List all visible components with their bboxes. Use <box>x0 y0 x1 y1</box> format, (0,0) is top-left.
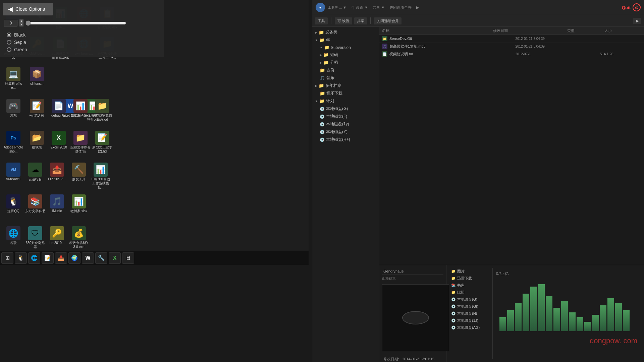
taskbar-notepad[interactable]: 📝 <box>42 252 54 264</box>
ptree-bizhao-label: 比照 <box>457 290 465 295</box>
taskbar-start[interactable]: ⊞ <box>1 252 13 264</box>
ptree-drive-h2-label: 本地磁盘(H) <box>457 311 477 316</box>
toolbar-more[interactable]: ▶ <box>633 18 641 24</box>
taskbar-internet[interactable]: 🌍 <box>68 252 80 264</box>
desktop-icon-newpen[interactable]: 📁 新笔之家政府数总.od <box>92 99 112 122</box>
tree-label-drive-1y: 本地磁盘(1y) <box>326 121 349 127</box>
ptree-shuku-label: 书库 <box>457 283 465 288</box>
file-row-mp3[interactable]: 🎵 超高级软件1复制.mp3 2012-01-21 3:04:39 <box>379 43 644 50</box>
tree-item-duanma[interactable]: ▶ 📁 短码 <box>317 51 379 59</box>
tree-item-bibei[interactable]: ▶ 📁 必备类 <box>312 28 379 36</box>
desktop-icon-weibo[interactable]: 📊 微博家.xlsx <box>69 194 89 213</box>
tree-item-fendang[interactable]: ▶ 📁 分档 <box>317 59 379 66</box>
desktop-icon-hm[interactable]: 🔑 hm2010... <box>47 226 67 245</box>
desktop-icon-restore[interactable]: 📂 很我恢 <box>27 131 47 149</box>
preview-right-inner: 📁 图片 📁 迅雷下载 📚 书库 <box>449 268 641 359</box>
file-row-bd[interactable]: 📄 视频短说明.bd 2012-07-1 51A 1.26 <box>379 50 644 58</box>
taskbar-filezilla[interactable]: 📤 <box>55 252 67 264</box>
desktop-icon-work[interactable]: 📊 10月99+月份工作业绩模板... <box>91 163 111 189</box>
desktop-icon-r3b[interactable]: 📦 cliftons... <box>27 67 47 86</box>
ptree-drive-h2[interactable]: 💿 本地磁盘(H) <box>449 310 492 317</box>
ptree-drive-gi[interactable]: 💿 本地磁盘(GI) <box>449 303 492 310</box>
taskbar-qq[interactable]: 🐧 <box>15 252 27 264</box>
desktop-icon-360[interactable]: 🛡 360安全浏览器 <box>25 226 45 249</box>
taskbar-excel[interactable]: X <box>109 252 121 264</box>
slider-value-input[interactable]: 0 <box>4 20 17 26</box>
color-option-sepia[interactable]: Sepia <box>7 39 158 46</box>
ptree-thunder[interactable]: 📁 迅雷下载 <box>449 275 492 282</box>
tree-item-drive-f[interactable]: 💿 本地磁盘(F) <box>317 113 379 120</box>
ptree-pic-icon: 📁 <box>451 269 456 274</box>
bd-date: 2012-07-1 <box>516 52 598 56</box>
org-label: 组织文件综合群体rjw <box>70 145 91 154</box>
tree-item-yinyue[interactable]: 🎵 音乐 <box>317 74 379 82</box>
desktop-icon-acct[interactable]: 📊 数控账会.exe <box>70 99 91 118</box>
desktop-icon-win-note[interactable]: 📝 win笔之家 <box>27 99 47 118</box>
ptree-drive-ag[interactable]: 💿 本地磁盘(AG) <box>449 324 492 331</box>
color-option-green[interactable]: Green <box>7 46 158 53</box>
desktop-icon-eastbook[interactable]: 📚 东方文字科书 <box>25 194 45 213</box>
file-detail-created: 修改日期: 2014-01-21 3:01:15 <box>382 355 443 362</box>
color-option-black[interactable]: Black <box>7 31 158 39</box>
desktop-icon-r3a[interactable]: 💻 计算机 office... <box>3 67 23 90</box>
desktop-icon-org[interactable]: 📁 组织文件综合群体rjw <box>70 131 91 154</box>
desktop-icon-cloud[interactable]: ☁ 云运行台 <box>25 163 45 181</box>
chart-bar <box>553 308 560 331</box>
acct-label: 数控账会.exe <box>71 114 91 118</box>
work-icon: 📊 <box>94 163 108 177</box>
tree-label-subversion: Subversion <box>331 45 351 50</box>
ptree-drive-1j-icon: 💿 <box>451 318 456 323</box>
ptree-drive-g2[interactable]: 💿 本地磁盘(G) <box>449 296 492 303</box>
desktop-icon-tools[interactable]: 🔨 朋友工具 <box>69 163 89 181</box>
tree-item-music-dl[interactable]: 📁 音乐下载 <box>317 89 379 97</box>
tree-item-drive-y[interactable]: 💿 本地磁盘(Y) <box>317 128 379 136</box>
ptree-pic[interactable]: 📁 图片 <box>449 268 492 275</box>
desktop-icon-qq[interactable]: 🐧 逆班QQ <box>3 194 23 213</box>
desktop-icon-newtxt[interactable]: 📝 新型文天宝学(2).hd <box>92 131 112 154</box>
desktop-icon-google[interactable]: 🌐 谷歌 <box>3 226 23 245</box>
desktop-icon-excel[interactable]: X Excel 2010 <box>49 131 69 149</box>
slider-up-button[interactable]: ▲ <box>19 19 23 23</box>
tree-item-gufen[interactable]: 📁 古份 <box>317 66 379 74</box>
desktop-icon-game[interactable]: 🎮 游戏 <box>3 99 23 118</box>
taskbar-word[interactable]: W <box>82 252 94 264</box>
desktop-icon-filezilla[interactable]: 📤 FileZilla_3... <box>47 163 67 181</box>
tree-item-drive-1y[interactable]: 💿 本地磁盘(1y) <box>317 120 379 128</box>
ptree-drive-1j[interactable]: 💿 本地磁盘(1J) <box>449 317 492 324</box>
file-row-sensedev[interactable]: 📁 SenseDev.Git 2012-01-21 3:04 39 <box>379 35 644 43</box>
desktop-icon-tax[interactable]: 💰 税收金坊财Y3.0.exe <box>69 226 89 249</box>
close-options-button[interactable]: ◀ Close Options <box>3 3 53 15</box>
slider-down-button[interactable]: ▼ <box>19 23 23 26</box>
tree-item-year[interactable]: ▼ 📁 年 <box>312 36 379 44</box>
toolbar-share[interactable]: 共享 <box>354 17 367 24</box>
desktop-icon-music[interactable]: 🎵 lMusic <box>47 194 67 213</box>
taskbar-tool[interactable]: 🔧 <box>95 252 107 264</box>
ptree-bizhao[interactable]: 📁 比照 <box>449 289 492 296</box>
desktop-icon-vmware[interactable]: VM VMWare+ <box>3 163 23 181</box>
desktop-icon-ps[interactable]: Ps Adobe Photosho... <box>3 131 23 154</box>
toolbar-tools[interactable]: 工具 <box>315 17 328 24</box>
taskbar-browser[interactable]: 🌐 <box>28 252 40 264</box>
hm-icon: 🔑 <box>50 226 64 240</box>
tree-item-jihua[interactable]: ▼ 📁 计划 <box>312 97 379 105</box>
file-list: 名称 修改日期 类型 大小 📁 SenseDev.Git 2012-01-21 … <box>379 27 644 265</box>
excel-icon: X <box>52 131 66 145</box>
ptree-shuku[interactable]: 📚 书库 <box>449 282 492 289</box>
tree-item-subversion[interactable]: ▼ 📁 Subversion <box>317 44 379 51</box>
tree-item-drive-h[interactable]: 💿 本地磁盘(H+) <box>317 136 379 143</box>
toolbar-close-options[interactable]: 关闭选项合并 <box>374 17 401 24</box>
slider-container: 0 ▲ ▼ <box>0 18 164 28</box>
toolbar-view[interactable]: 可 设置 <box>335 17 352 24</box>
taskbar-screen[interactable]: 🖥 <box>122 252 134 264</box>
right-panel: ● 工具栏... ▼ 可 设置 ▼ 共享 ▼ 关闭选项合并 ▶ Quit ⏻ 工… <box>312 0 644 362</box>
slider-arrows: ▲ ▼ <box>19 19 23 26</box>
desktop-icon-debuglog[interactable]: 📄 debug.log <box>49 99 69 118</box>
drive-h-icon: 💿 <box>320 137 325 142</box>
created-label: 修改日期: <box>383 357 399 361</box>
chart-bar <box>584 322 591 331</box>
quit-button[interactable]: Quit ⏻ <box>622 3 641 11</box>
tree-item-duoniandag[interactable]: ▶ 📁 多年档案 <box>312 82 379 89</box>
tree-item-drive-g[interactable]: 💿 本地磁盘(G) <box>317 105 379 113</box>
opacity-slider[interactable] <box>25 20 126 26</box>
arrow-fendang: ▶ <box>320 61 322 64</box>
